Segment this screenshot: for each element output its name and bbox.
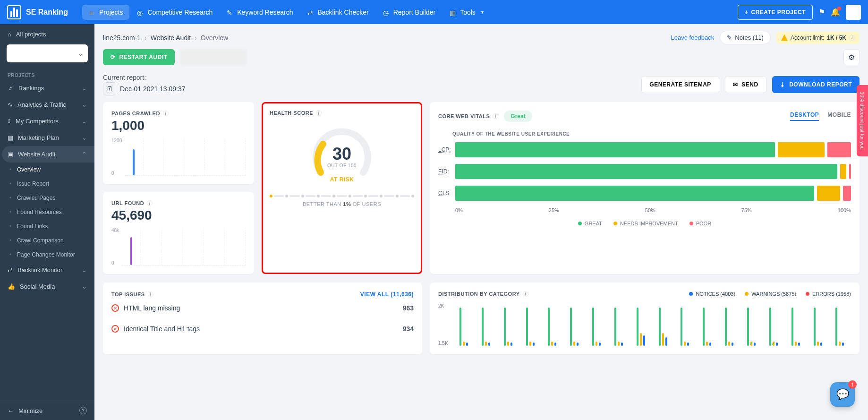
plus-icon: + [745,9,749,16]
cwv-subtitle: QUALITY OF THE WEBSITE USER EXPERIENCE [452,131,851,137]
subnav-page-changes[interactable]: Page Changes Monitor [17,248,94,262]
y-val: 1.5K [438,341,448,346]
info-icon[interactable]: i [523,291,528,297]
cwv-axis: 0% 25% 50% 75% 100% [438,207,851,213]
notifications-button[interactable]: 🔔 [831,8,840,17]
flag-icon[interactable]: ⚑ [818,8,825,17]
card-title-text: DISTRIBUTION BY CATEGORY [438,291,520,297]
sidebar-item-backlink-monitor[interactable]: ⇄Backlink Monitor⌄ [0,262,94,278]
mail-icon: ✉ [733,81,738,88]
nav-label: Report Builder [393,9,436,16]
error-icon: ✕ [111,325,119,333]
breadcrumb-sep: › [145,34,147,42]
sidebar-item-competitors[interactable]: ⩉My Competitors⌄ [0,113,94,129]
promo-tab[interactable]: 10% discount just for you [857,85,868,156]
account-limit-badge[interactable]: Account limit: 1K / 5K i [776,32,859,44]
report-date-selector[interactable]: 🗓 Dec-01 2021 13:09:37 [103,82,186,95]
info-icon[interactable]: i [147,200,153,206]
issue-count: 934 [403,325,414,333]
subnav-found-resources[interactable]: Found Resources [17,205,94,219]
cwv-row-lcp: LCP: [438,142,851,157]
fid-label: FID: [438,168,451,175]
tab-mobile[interactable]: MOBILE [827,111,851,121]
card-title-text: URL FOUND [111,200,144,206]
side-label: Rankings [18,85,44,92]
nav-competitive-research[interactable]: ◎Competitive Research [130,5,219,20]
leave-feedback-link[interactable]: Leave feedback [671,34,714,41]
subnav-crawled-pages[interactable]: Crawled Pages [17,191,94,205]
lcp-label: LCP: [438,146,451,153]
issue-row[interactable]: ✕ HTML lang missing 963 [111,298,414,318]
card-title-text: HEALTH SCORE [270,110,313,116]
create-project-button[interactable]: +CREATE PROJECT [738,5,813,20]
distribution-card: DISTRIBUTION BY CATEGORYi NOTICES (4003)… [430,283,859,354]
subnav-crawl-comparison[interactable]: Crawl Comparison [17,233,94,248]
view-all-issues-link[interactable]: VIEW ALL (11,636) [360,291,414,298]
nav-keyword-research[interactable]: ✎Keyword Research [220,5,299,20]
error-icon: ✕ [111,304,119,312]
tab-desktop[interactable]: DESKTOP [790,111,819,121]
cwv-row-fid: FID: [438,164,851,179]
sidebar-item-marketing-plan[interactable]: ▤Marketing Plan⌄ [0,129,94,146]
chevron-down-icon: ⌄ [82,134,87,141]
info-icon[interactable]: i [148,291,153,297]
legend-notices: NOTICES (4003) [696,291,735,297]
download-label: DOWNLOAD REPORT [789,81,852,88]
restart-audit-button[interactable]: ⟳RESTART AUDIT [103,49,175,65]
breadcrumb-section[interactable]: Website Audit [151,34,191,42]
issue-label: Identical Title and H1 tags [124,325,200,333]
notes-button[interactable]: ✎Notes (11) [720,31,771,44]
nav-report-builder[interactable]: ◷Report Builder [376,5,443,20]
breadcrumb-sep: › [195,34,197,42]
issue-row[interactable]: ✕ Identical Title and H1 tags 934 [111,318,414,339]
warning-icon [781,34,788,41]
nav-backlink-checker[interactable]: ⇄Backlink Checker [301,5,375,20]
sidebar-item-website-audit[interactable]: ▣Website Audit⌃ [2,146,94,163]
breadcrumb-current: Overview [201,34,228,42]
cwv-row-cls: CLS: [438,186,851,201]
logo-icon [7,5,21,19]
breadcrumb-project[interactable]: line25.com-1 [103,34,141,42]
notes-label: Notes (11) [735,34,764,41]
sidebar-item-social-media[interactable]: 👍Social Media⌄ [0,278,94,295]
help-icon[interactable]: ? [79,407,87,414]
user-avatar[interactable] [846,5,861,20]
sidebar-item-analytics[interactable]: ∿Analytics & Traffic⌄ [0,96,94,113]
sidebar-section-label: PROJECTS [0,69,94,80]
side-label: Website Audit [18,151,55,158]
generate-label: GENERATE SITEMAP [649,81,711,88]
download-report-button[interactable]: ⭳DOWNLOAD REPORT [772,76,859,93]
brand-logo[interactable]: SE Ranking [7,5,68,19]
settings-button[interactable]: ⚙ [843,49,859,65]
calendar-icon: 🗓 [103,82,116,95]
side-label: Analytics & Traffic [17,101,66,108]
subnav-overview[interactable]: Overview [17,163,94,177]
url-found-card: URL FOUNDi 45,690 48k0 [103,192,254,274]
info-icon[interactable]: i [316,110,322,116]
card-title-text: CORE WEB VITALS [438,113,490,119]
users-icon: ⩉ [8,118,11,125]
info-icon[interactable]: i [493,113,498,119]
link-icon: ⇄ [307,9,314,16]
minimize-label: Minimize [18,407,43,414]
nav-projects[interactable]: ≣Projects [82,5,130,20]
pages-crawled-value: 1,000 [111,118,246,133]
nav-label: Projects [99,9,123,16]
generate-sitemap-button[interactable]: GENERATE SITEMAP [641,76,719,93]
legend-errors: ERRORS (1958) [812,291,851,297]
subnav-found-links[interactable]: Found Links [17,219,94,233]
y-val: 2K [438,303,448,309]
send-button[interactable]: ✉SEND [725,76,766,93]
layers-icon: ≣ [89,9,95,16]
project-selector[interactable]: ⌄ [7,44,88,62]
info-icon[interactable]: i [163,111,169,116]
minimize-sidebar-button[interactable]: ←Minimize? [0,401,94,420]
all-projects-link[interactable]: ⌂All projects [0,24,94,44]
subnav-issue-report[interactable]: Issue Report [17,177,94,191]
legend-needs: NEEDS IMPROVEMENT [620,221,678,226]
chat-button[interactable]: 💬 [830,382,855,407]
home-icon: ⌂ [8,31,11,38]
nav-tools[interactable]: ▦Tools▾ [443,5,490,20]
sidebar-item-rankings[interactable]: ⫽Rankings⌄ [0,80,94,96]
nav-label: Competitive Research [147,9,213,16]
